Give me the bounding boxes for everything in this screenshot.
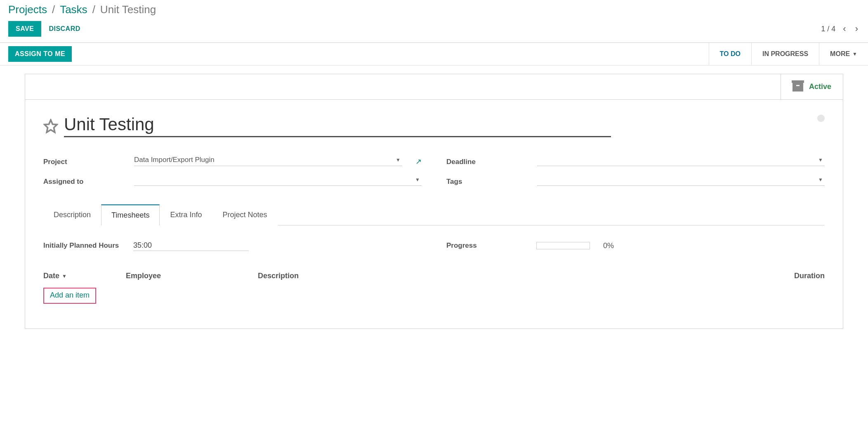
- progress-bar: [536, 242, 590, 249]
- task-form-card: Active Project Data Import/Export Plugin…: [25, 74, 843, 329]
- active-toggle[interactable]: Active: [781, 74, 843, 99]
- discard-button[interactable]: DISCARD: [49, 25, 80, 33]
- tags-label: Tags: [446, 178, 529, 186]
- tab-project-notes[interactable]: Project Notes: [212, 204, 277, 225]
- archive-icon: [793, 82, 803, 91]
- stage-todo[interactable]: TO DO: [709, 43, 751, 65]
- assigned-label: Assigned to: [43, 178, 126, 186]
- breadcrumb-sep: /: [92, 3, 95, 16]
- col-header-date-label: Date: [43, 272, 59, 280]
- project-value: Data Import/Export Plugin: [134, 156, 215, 164]
- breadcrumb-sep: /: [52, 3, 55, 16]
- tab-description[interactable]: Description: [43, 204, 101, 225]
- svg-marker-0: [45, 120, 57, 132]
- project-select[interactable]: Data Import/Export Plugin ▼: [134, 154, 402, 166]
- breadcrumb: Projects / Tasks / Unit Testing: [8, 3, 860, 16]
- pager-count: 1 / 4: [821, 25, 835, 33]
- sort-caret-icon: ▼: [62, 273, 67, 279]
- pager: 1 / 4 ‹ ›: [821, 24, 860, 33]
- breadcrumb-current: Unit Testing: [100, 3, 156, 16]
- tab-extra-info[interactable]: Extra Info: [160, 204, 212, 225]
- progress-label: Progress: [446, 242, 529, 250]
- col-header-employee[interactable]: Employee: [126, 272, 258, 280]
- tags-select[interactable]: ▼: [537, 174, 825, 186]
- planned-hours-label: Initially Planned Hours: [43, 242, 126, 250]
- col-header-duration[interactable]: Duration: [759, 272, 825, 280]
- save-button[interactable]: SAVE: [8, 21, 41, 37]
- stage-more-label: MORE: [830, 50, 850, 58]
- caret-down-icon: ▼: [415, 177, 420, 183]
- caret-down-icon: ▼: [818, 177, 823, 183]
- pager-next[interactable]: ›: [854, 24, 860, 33]
- deadline-input[interactable]: ▼: [537, 154, 825, 166]
- col-header-description[interactable]: Description: [258, 272, 759, 280]
- deadline-label: Deadline: [446, 158, 529, 166]
- tab-timesheets[interactable]: Timesheets: [101, 204, 160, 225]
- stage-in-progress[interactable]: IN PROGRESS: [751, 43, 819, 65]
- task-title-input[interactable]: [64, 115, 611, 137]
- col-header-date[interactable]: Date ▼: [43, 272, 126, 280]
- caret-down-icon: ▼: [818, 157, 823, 163]
- caret-down-icon: ▼: [852, 51, 857, 57]
- stage-bar: TO DO IN PROGRESS MORE ▼: [709, 43, 868, 65]
- planned-hours-input[interactable]: [133, 240, 249, 251]
- add-item-button[interactable]: Add an item: [43, 288, 96, 304]
- assign-to-me-button[interactable]: ASSIGN TO ME: [8, 46, 72, 62]
- external-link-icon[interactable]: ↗: [415, 157, 422, 166]
- kanban-state-dot[interactable]: [817, 115, 825, 122]
- star-icon[interactable]: [43, 119, 58, 134]
- project-label: Project: [43, 158, 126, 166]
- active-label: Active: [809, 82, 831, 91]
- breadcrumb-tasks[interactable]: Tasks: [60, 3, 87, 16]
- assigned-select[interactable]: ▼: [134, 174, 422, 186]
- form-tabs: Description Timesheets Extra Info Projec…: [43, 204, 825, 225]
- breadcrumb-projects[interactable]: Projects: [8, 3, 47, 16]
- progress-percent: 0%: [603, 242, 614, 250]
- pager-prev[interactable]: ‹: [841, 24, 847, 33]
- stage-more[interactable]: MORE ▼: [819, 43, 868, 65]
- caret-down-icon: ▼: [396, 157, 401, 163]
